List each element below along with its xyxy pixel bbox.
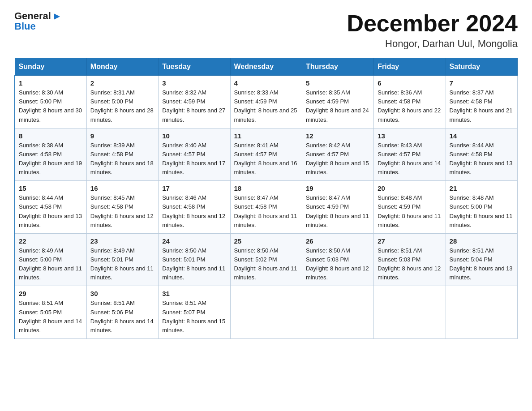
day-number: 29 xyxy=(19,290,83,297)
calendar-week-row: 1Sunrise: 8:30 AMSunset: 5:00 PMDaylight… xyxy=(15,76,518,128)
day-number: 31 xyxy=(162,290,226,297)
calendar-day-cell: 15Sunrise: 8:44 AMSunset: 4:58 PMDayligh… xyxy=(15,181,86,234)
day-number: 8 xyxy=(19,132,83,140)
title-block: December 2024 Hongor, Darhan Uul, Mongol… xyxy=(347,11,518,50)
calendar-week-row: 22Sunrise: 8:49 AMSunset: 5:00 PMDayligh… xyxy=(15,233,518,286)
day-info: Sunrise: 8:35 AMSunset: 4:59 PMDaylight:… xyxy=(306,89,369,123)
calendar-week-row: 15Sunrise: 8:44 AMSunset: 4:58 PMDayligh… xyxy=(15,181,518,234)
day-number: 1 xyxy=(19,79,83,87)
day-number: 15 xyxy=(19,184,83,192)
day-info: Sunrise: 8:30 AMSunset: 5:00 PMDaylight:… xyxy=(19,89,82,123)
day-info: Sunrise: 8:44 AMSunset: 4:58 PMDaylight:… xyxy=(450,142,513,176)
calendar-day-cell: 20Sunrise: 8:48 AMSunset: 4:59 PMDayligh… xyxy=(374,181,446,234)
day-info: Sunrise: 8:47 AMSunset: 4:58 PMDaylight:… xyxy=(234,194,297,228)
calendar-day-cell: 2Sunrise: 8:31 AMSunset: 5:00 PMDaylight… xyxy=(86,76,158,128)
calendar-day-cell xyxy=(302,286,373,339)
day-info: Sunrise: 8:51 AMSunset: 5:05 PMDaylight:… xyxy=(19,300,82,333)
day-info: Sunrise: 8:44 AMSunset: 4:58 PMDaylight:… xyxy=(19,194,82,228)
day-info: Sunrise: 8:51 AMSunset: 5:04 PMDaylight:… xyxy=(450,247,513,281)
day-info: Sunrise: 8:47 AMSunset: 4:59 PMDaylight:… xyxy=(306,194,369,228)
calendar-day-cell: 10Sunrise: 8:40 AMSunset: 4:57 PMDayligh… xyxy=(159,128,230,181)
day-info: Sunrise: 8:49 AMSunset: 5:00 PMDaylight:… xyxy=(19,247,82,281)
day-number: 22 xyxy=(19,237,83,245)
calendar-day-cell: 28Sunrise: 8:51 AMSunset: 5:04 PMDayligh… xyxy=(446,233,517,286)
day-number: 17 xyxy=(162,184,226,192)
weekday-header-saturday: Saturday xyxy=(446,58,517,76)
weekday-header-wednesday: Wednesday xyxy=(230,58,302,76)
logo-text-general: General xyxy=(14,11,51,21)
day-number: 28 xyxy=(450,237,514,245)
logo-triangle-icon xyxy=(52,12,62,21)
calendar-day-cell: 4Sunrise: 8:33 AMSunset: 4:59 PMDaylight… xyxy=(230,76,302,128)
day-number: 24 xyxy=(162,237,226,245)
day-info: Sunrise: 8:38 AMSunset: 4:58 PMDaylight:… xyxy=(19,142,82,176)
weekday-header-sunday: Sunday xyxy=(15,58,86,76)
day-number: 11 xyxy=(234,132,298,140)
calendar-day-cell: 19Sunrise: 8:47 AMSunset: 4:59 PMDayligh… xyxy=(302,181,373,234)
page-header: General Blue December 2024 Hongor, Darha… xyxy=(14,11,518,50)
day-number: 20 xyxy=(378,184,442,192)
day-info: Sunrise: 8:41 AMSunset: 4:57 PMDaylight:… xyxy=(234,142,297,176)
weekday-header-thursday: Thursday xyxy=(302,58,373,76)
calendar-day-cell: 17Sunrise: 8:46 AMSunset: 4:58 PMDayligh… xyxy=(159,181,230,234)
day-number: 27 xyxy=(378,237,442,245)
day-info: Sunrise: 8:36 AMSunset: 4:58 PMDaylight:… xyxy=(378,89,441,123)
calendar-day-cell: 7Sunrise: 8:37 AMSunset: 4:58 PMDaylight… xyxy=(446,76,517,128)
weekday-header-friday: Friday xyxy=(374,58,446,76)
logo: General Blue xyxy=(14,11,62,32)
calendar-day-cell: 5Sunrise: 8:35 AMSunset: 4:59 PMDaylight… xyxy=(302,76,373,128)
calendar-day-cell: 11Sunrise: 8:41 AMSunset: 4:57 PMDayligh… xyxy=(230,128,302,181)
day-info: Sunrise: 8:37 AMSunset: 4:58 PMDaylight:… xyxy=(450,89,513,123)
calendar-day-cell: 9Sunrise: 8:39 AMSunset: 4:58 PMDaylight… xyxy=(86,128,158,181)
calendar-day-cell: 22Sunrise: 8:49 AMSunset: 5:00 PMDayligh… xyxy=(15,233,86,286)
day-number: 7 xyxy=(450,79,514,87)
weekday-header-monday: Monday xyxy=(86,58,158,76)
day-info: Sunrise: 8:32 AMSunset: 4:59 PMDaylight:… xyxy=(162,89,225,123)
day-info: Sunrise: 8:31 AMSunset: 5:00 PMDaylight:… xyxy=(90,89,154,123)
day-number: 14 xyxy=(450,132,514,140)
day-info: Sunrise: 8:43 AMSunset: 4:57 PMDaylight:… xyxy=(378,142,441,176)
calendar-day-cell: 3Sunrise: 8:32 AMSunset: 4:59 PMDaylight… xyxy=(159,76,230,128)
day-info: Sunrise: 8:50 AMSunset: 5:02 PMDaylight:… xyxy=(234,247,297,281)
day-info: Sunrise: 8:45 AMSunset: 4:58 PMDaylight:… xyxy=(90,194,154,228)
day-info: Sunrise: 8:48 AMSunset: 5:00 PMDaylight:… xyxy=(450,194,513,228)
day-number: 21 xyxy=(450,184,514,192)
day-info: Sunrise: 8:50 AMSunset: 5:01 PMDaylight:… xyxy=(162,247,225,281)
day-number: 19 xyxy=(306,184,370,192)
day-info: Sunrise: 8:49 AMSunset: 5:01 PMDaylight:… xyxy=(90,247,154,281)
calendar-week-row: 8Sunrise: 8:38 AMSunset: 4:58 PMDaylight… xyxy=(15,128,518,181)
day-info: Sunrise: 8:51 AMSunset: 5:03 PMDaylight:… xyxy=(378,247,441,281)
logo-text-blue: Blue xyxy=(14,21,36,32)
calendar-day-cell: 31Sunrise: 8:51 AMSunset: 5:07 PMDayligh… xyxy=(159,286,230,339)
day-number: 30 xyxy=(90,290,154,297)
day-info: Sunrise: 8:51 AMSunset: 5:06 PMDaylight:… xyxy=(90,300,154,333)
calendar-day-cell: 23Sunrise: 8:49 AMSunset: 5:01 PMDayligh… xyxy=(86,233,158,286)
day-number: 18 xyxy=(234,184,298,192)
day-number: 9 xyxy=(90,132,154,140)
calendar-day-cell: 6Sunrise: 8:36 AMSunset: 4:58 PMDaylight… xyxy=(374,76,446,128)
location-title: Hongor, Darhan Uul, Mongolia xyxy=(347,38,518,50)
day-info: Sunrise: 8:51 AMSunset: 5:07 PMDaylight:… xyxy=(162,300,225,333)
day-number: 6 xyxy=(378,79,442,87)
weekday-header-row: SundayMondayTuesdayWednesdayThursdayFrid… xyxy=(15,58,518,76)
calendar-day-cell: 1Sunrise: 8:30 AMSunset: 5:00 PMDaylight… xyxy=(15,76,86,128)
day-number: 10 xyxy=(162,132,226,140)
day-number: 4 xyxy=(234,79,298,87)
day-number: 12 xyxy=(306,132,370,140)
day-number: 25 xyxy=(234,237,298,245)
calendar-day-cell: 12Sunrise: 8:42 AMSunset: 4:57 PMDayligh… xyxy=(302,128,373,181)
calendar-day-cell: 26Sunrise: 8:50 AMSunset: 5:03 PMDayligh… xyxy=(302,233,373,286)
calendar-week-row: 29Sunrise: 8:51 AMSunset: 5:05 PMDayligh… xyxy=(15,286,518,339)
calendar-day-cell: 24Sunrise: 8:50 AMSunset: 5:01 PMDayligh… xyxy=(159,233,230,286)
day-number: 2 xyxy=(90,79,154,87)
day-info: Sunrise: 8:39 AMSunset: 4:58 PMDaylight:… xyxy=(90,142,154,176)
day-number: 23 xyxy=(90,237,154,245)
calendar-day-cell: 13Sunrise: 8:43 AMSunset: 4:57 PMDayligh… xyxy=(374,128,446,181)
day-number: 13 xyxy=(378,132,442,140)
calendar-table: SundayMondayTuesdayWednesdayThursdayFrid… xyxy=(14,58,518,339)
calendar-day-cell xyxy=(374,286,446,339)
calendar-day-cell xyxy=(230,286,302,339)
calendar-day-cell: 18Sunrise: 8:47 AMSunset: 4:58 PMDayligh… xyxy=(230,181,302,234)
month-title: December 2024 xyxy=(347,11,518,36)
day-info: Sunrise: 8:46 AMSunset: 4:58 PMDaylight:… xyxy=(162,194,225,228)
